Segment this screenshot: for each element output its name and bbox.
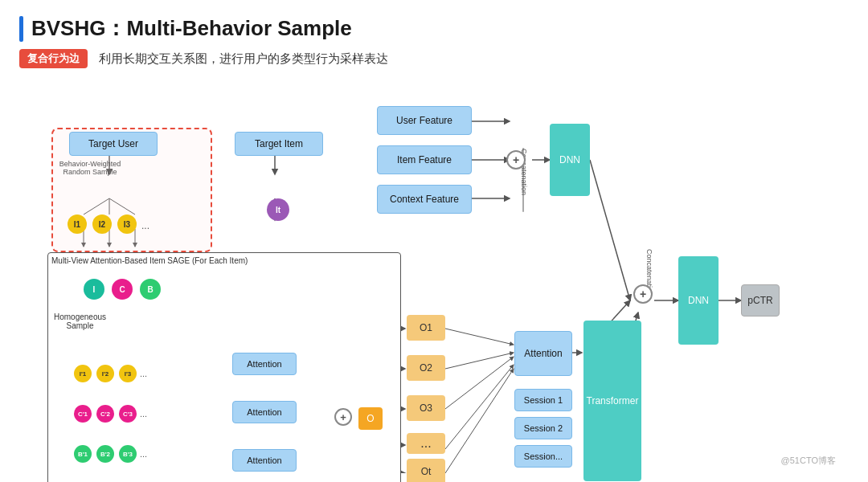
session3-box: Session... <box>514 445 572 468</box>
svg-line-22 <box>445 369 514 473</box>
user-feature-label: User Feature <box>396 115 452 126</box>
svg-line-19 <box>445 353 514 369</box>
circle-i1: I1 <box>68 214 87 234</box>
ot-box: Ot <box>407 459 445 482</box>
dnn1-label: DNN <box>559 154 580 165</box>
o-box: O <box>358 407 383 430</box>
context-feature-box: Context Feature <box>377 185 472 214</box>
circle-bp2: B'2 <box>96 445 114 463</box>
circle-ip2: I'2 <box>96 365 114 382</box>
o-label: O <box>366 413 374 424</box>
attention-right-label: Attention <box>524 348 562 359</box>
circle-cp3: C'3 <box>119 405 137 423</box>
multiview-label: Multi-View Attention-Based Item SAGE (Fo… <box>51 256 248 265</box>
ot-label: Ot <box>421 466 432 477</box>
odots-box: ... <box>407 433 445 454</box>
badge-red: 复合行为边 <box>19 49 88 68</box>
diagram-area: Target User Behavior-Weighted Random Sam… <box>19 80 849 473</box>
circle-cp2: C'2 <box>96 405 114 423</box>
title-bar <box>19 16 23 42</box>
attention3-box: Attention <box>232 449 297 472</box>
watermark: @51CTO博客 <box>781 455 836 467</box>
target-item-box: Target Item <box>235 132 323 156</box>
target-user-label: Target User <box>88 138 138 149</box>
circle-ip1: I'1 <box>74 365 92 382</box>
dnn1-box: DNN <box>550 124 590 196</box>
target-item-label: Target Item <box>255 138 303 149</box>
attention1-label: Attention <box>247 359 281 369</box>
plus-sign-2: + <box>633 284 653 304</box>
dots-bp: ... <box>140 449 147 459</box>
session3-label: Session... <box>524 451 563 461</box>
odots-label: ... <box>420 436 431 451</box>
svg-line-18 <box>445 329 514 345</box>
session1-label: Session 1 <box>524 395 563 405</box>
user-feature-box: User Feature <box>377 106 472 135</box>
circle-i2: I2 <box>92 214 112 234</box>
circle-bp3: B'3 <box>119 445 137 463</box>
item-feature-box: Item Feature <box>377 145 472 174</box>
o1-label: O1 <box>420 322 432 333</box>
circle-bp1: B'1 <box>74 445 92 463</box>
circle-i: I <box>84 279 104 300</box>
attention2-box: Attention <box>232 401 297 423</box>
svg-line-13 <box>590 160 630 300</box>
session2-box: Session 2 <box>514 417 572 439</box>
dnn2-box: DNN <box>678 256 719 345</box>
o2-label: O2 <box>420 362 432 374</box>
attention2-label: Attention <box>247 407 281 417</box>
behavior-label: Behavior-Weighted Random Sample <box>58 160 122 176</box>
circle-cp1: C'1 <box>74 405 92 423</box>
page-title: BVSHG：Multi-Behavior Sample <box>31 14 352 43</box>
dots-cp: ... <box>140 409 147 419</box>
o3-box: O3 <box>407 395 445 421</box>
pctr-box: pCTR <box>741 284 780 317</box>
title-row: BVSHG：Multi-Behavior Sample <box>19 14 849 43</box>
circle-c: C <box>112 279 133 300</box>
plus-sign-o: + <box>334 408 352 426</box>
circle-b: B <box>140 279 161 300</box>
session1-box: Session 1 <box>514 389 572 411</box>
dnn2-label: DNN <box>688 295 709 306</box>
circle-ip3: I'3 <box>119 365 137 382</box>
attention3-label: Attention <box>247 455 281 465</box>
circle-it: It <box>267 198 289 221</box>
o3-label: O3 <box>420 402 432 414</box>
pctr-label: pCTR <box>747 295 772 306</box>
svg-line-20 <box>445 357 514 409</box>
dots-i: ... <box>141 220 149 231</box>
attention-right-box: Attention <box>514 331 572 376</box>
session2-label: Session 2 <box>524 423 563 433</box>
circle-i3: I3 <box>117 214 137 234</box>
target-user-box: Target User <box>69 132 158 156</box>
transformer-box: Transformer <box>583 321 641 481</box>
plus-sign-circle: + <box>506 150 526 170</box>
page-container: BVSHG：Multi-Behavior Sample 复合行为边 利用长期交互… <box>0 0 868 482</box>
homogeneous-label: HomogeneousSample <box>54 312 106 330</box>
context-feature-label: Context Feature <box>390 194 459 205</box>
item-feature-label: Item Feature <box>397 154 452 165</box>
subtitle-text: 利用长期交互关系图，进行用户的多类型行为采样表达 <box>99 51 388 67</box>
o2-box: O2 <box>407 355 445 381</box>
subtitle-row: 复合行为边 利用长期交互关系图，进行用户的多类型行为采样表达 <box>19 49 849 68</box>
dots-ip: ... <box>140 369 147 378</box>
transformer-label: Transformer <box>587 395 639 406</box>
attention1-box: Attention <box>232 353 297 375</box>
o1-box: O1 <box>407 315 445 341</box>
svg-line-21 <box>445 365 514 449</box>
